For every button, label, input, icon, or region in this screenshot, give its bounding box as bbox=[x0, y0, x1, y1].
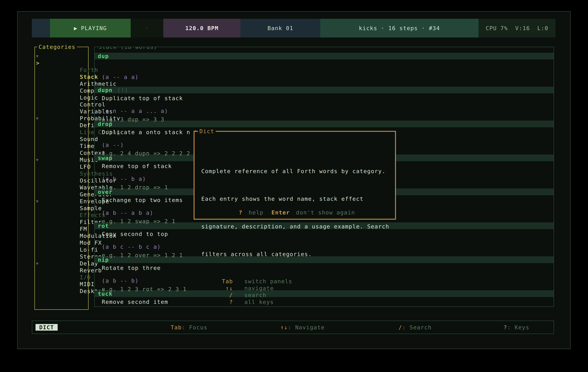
sidebar-item[interactable]: ▼ Live Coding bbox=[35, 115, 88, 122]
sidebar-item[interactable]: > Stack bbox=[35, 60, 88, 67]
sidebar-item[interactable]: Sample bbox=[35, 191, 88, 198]
pattern-info[interactable]: kicks · 16 steps · #34 bbox=[320, 19, 479, 38]
modal-text-line: Complete reference of all Forth words by… bbox=[201, 168, 395, 175]
mode-badge: DICT bbox=[35, 324, 58, 331]
transport-bar: ▶ PLAYING · 120.0 BPM Bank 01 kicks · 16… bbox=[32, 19, 565, 38]
statusbar-hint-label: : Navigate bbox=[288, 324, 325, 331]
word-name: dup bbox=[98, 53, 109, 59]
sidebar-item[interactable]: Comparison bbox=[35, 73, 88, 80]
statusbar-hint: Tab: Focus bbox=[134, 318, 208, 337]
word-header[interactable]: dupn (!) bbox=[95, 87, 554, 93]
system-stats: CPU 7% V:16 L:0 bbox=[479, 19, 556, 38]
sidebar-item[interactable]: Time bbox=[35, 129, 88, 136]
shortcut-row: ? all keys bbox=[195, 299, 395, 305]
sidebar-item[interactable]: ▼ Synthesis bbox=[35, 156, 88, 163]
sidebar-item[interactable]: Reverb bbox=[35, 253, 88, 260]
sidebar-item[interactable]: Variables bbox=[35, 94, 88, 101]
sidebar-item[interactable]: FM bbox=[35, 212, 88, 219]
sidebar-item[interactable]: Sound bbox=[35, 122, 88, 129]
footer-key: Enter bbox=[271, 209, 290, 216]
statusbar-hint-key: / bbox=[399, 324, 402, 331]
shortcut-row: ↑↓ navigate bbox=[195, 285, 395, 292]
shortcut-key: Tab bbox=[195, 278, 233, 285]
sidebar-item[interactable]: Context bbox=[35, 136, 88, 142]
sidebar-item[interactable]: Envelope bbox=[35, 184, 88, 191]
statusbar-hint-label: : Keys bbox=[507, 324, 529, 331]
sidebar-item[interactable]: Desktop bbox=[35, 274, 88, 281]
sidebar-item[interactable]: MIDI bbox=[35, 267, 88, 274]
dict-help-modal: Dict Complete reference of all Forth wor… bbox=[194, 131, 396, 220]
modal-shortcut-list: Tab switch panels ↑↓ navigate / search ?… bbox=[195, 278, 395, 305]
shortcut-key: ↑↓ bbox=[195, 285, 233, 292]
footer-action-label: don't show again bbox=[296, 209, 355, 216]
transport-status[interactable]: ▶ PLAYING bbox=[50, 19, 131, 38]
shortcut-description: all keys bbox=[244, 299, 274, 305]
statusbar-hint: ?: Keys bbox=[467, 318, 529, 337]
transport-label: PLAYING bbox=[81, 25, 107, 31]
sidebar-item[interactable]: Filter bbox=[35, 205, 88, 212]
modal-text-line: Each entry shows the word name, stack ef… bbox=[201, 195, 395, 202]
categories-panel: Categories ▼ Forth > Stack Arithmetic bbox=[34, 47, 89, 310]
word-name: swap bbox=[98, 155, 113, 161]
play-icon: ▶ bbox=[74, 25, 78, 31]
tree-marker-icon: ▼ bbox=[36, 53, 42, 60]
shortcut-key: / bbox=[195, 292, 233, 299]
modal-footer-hint[interactable]: ? help bbox=[234, 209, 267, 216]
statusbar-hint-key: ? bbox=[504, 324, 507, 331]
modal-description: Complete reference of all Forth words by… bbox=[195, 132, 395, 271]
shortcut-key: ? bbox=[195, 299, 233, 305]
sidebar-item[interactable]: Lo-fi bbox=[35, 232, 88, 239]
sidebar-item[interactable]: ▼ I/O bbox=[35, 260, 88, 267]
modal-text-line: filters across all categories. bbox=[201, 251, 395, 258]
word-entry[interactable]: dup (a -- a a) Duplicate top of stack e.… bbox=[95, 53, 554, 87]
modal-footer: ? help Enter don't show again bbox=[195, 209, 395, 216]
bpm-display[interactable]: 120.0 BPM bbox=[163, 19, 241, 38]
tree-marker-icon: ▼ bbox=[36, 260, 42, 267]
sidebar-item[interactable]: Stereo bbox=[35, 239, 88, 246]
statusbar-hint-label: : Search bbox=[402, 324, 432, 331]
modal-text-line: signature, description, and a usage exam… bbox=[201, 223, 395, 230]
statusbar-hint-key: Tab bbox=[171, 324, 182, 331]
word-header[interactable]: dup bbox=[95, 53, 554, 60]
footer-action-label: help bbox=[249, 209, 263, 216]
tree-marker-icon: ▼ bbox=[36, 198, 42, 205]
bank-display[interactable]: Bank 01 bbox=[241, 19, 320, 38]
sidebar-item[interactable]: Definitions bbox=[35, 108, 88, 115]
sidebar-item[interactable]: Logic bbox=[35, 80, 88, 87]
tree-marker-icon: ▼ bbox=[36, 115, 42, 122]
sidebar-item[interactable]: Probability bbox=[35, 101, 88, 108]
tree-marker-icon: > bbox=[36, 60, 42, 67]
word-name: dupn bbox=[98, 87, 113, 93]
word-name: drop bbox=[98, 121, 113, 127]
topbar-spacer bbox=[32, 19, 50, 38]
sidebar-item[interactable]: Control bbox=[35, 87, 88, 94]
sidebar-item[interactable]: Arithmetic bbox=[35, 67, 88, 73]
sidebar-item[interactable]: Music bbox=[35, 142, 88, 150]
word-name: tuck bbox=[98, 291, 113, 297]
sidebar-item[interactable]: ▼ Forth bbox=[35, 53, 88, 60]
shortcut-description: switch panels bbox=[244, 278, 292, 284]
footer-key: ? bbox=[239, 209, 242, 216]
statusbar-hint: /: Search bbox=[362, 318, 432, 337]
word-tag: (!) bbox=[117, 87, 128, 93]
tree-marker-icon: ▼ bbox=[36, 156, 42, 163]
word-name: rot bbox=[98, 223, 109, 229]
sidebar-item[interactable]: Oscillator bbox=[35, 163, 88, 170]
word-entry[interactable]: dupn (!) (a n -- a a ... a) Duplicate a … bbox=[95, 87, 554, 121]
statusbar-hint-label: : Focus bbox=[182, 324, 208, 331]
word-name: nip bbox=[98, 257, 109, 263]
shortcut-row: / search bbox=[195, 292, 395, 299]
shortcut-description: search bbox=[244, 292, 266, 298]
sidebar-item[interactable]: Wavetable bbox=[35, 170, 88, 177]
categories-panel-title: Categories bbox=[37, 43, 77, 51]
sidebar-item[interactable]: ▼ Effects bbox=[35, 198, 88, 205]
sidebar-item[interactable]: Modulation bbox=[35, 219, 88, 225]
sidebar-item[interactable]: Delay bbox=[35, 246, 88, 253]
modal-footer-hint[interactable]: Enter don't show again bbox=[267, 209, 355, 216]
modal-title: Dict bbox=[198, 128, 216, 135]
sidebar-item[interactable]: Generator bbox=[35, 177, 88, 184]
sidebar-item[interactable]: Mod FX bbox=[35, 225, 88, 232]
sidebar-item[interactable]: LFO bbox=[35, 150, 88, 156]
sidebar-item-label: MIDI bbox=[80, 281, 94, 287]
status-bar: DICT Tab: Focus ↑↓: Navigate /: Search ?… bbox=[32, 321, 554, 334]
